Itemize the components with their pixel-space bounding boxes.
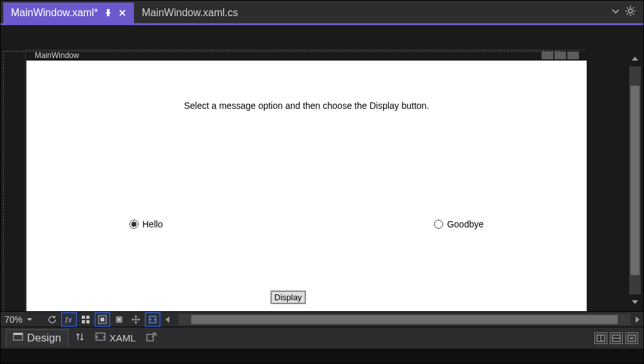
radio-label: Hello (142, 219, 163, 229)
design-surface[interactable]: Select a message option and then choose … (26, 61, 587, 311)
svg-rect-13 (86, 320, 90, 323)
svg-rect-11 (86, 316, 90, 319)
svg-point-0 (629, 9, 632, 13)
designer-view-switcher: Design XAML (1, 327, 643, 349)
tab-label: MainWindow.xaml* (11, 7, 98, 19)
gear-icon[interactable] (625, 6, 636, 18)
ruler-vertical (25, 50, 26, 311)
popout-icon[interactable] (146, 332, 156, 343)
close-icon[interactable] (118, 9, 126, 17)
radio-filled-icon (129, 220, 138, 229)
scroll-thumb[interactable] (630, 86, 639, 275)
overflow-icon[interactable] (611, 6, 620, 17)
design-tab-label: Design (27, 332, 61, 345)
horizontal-scroll-track[interactable] (178, 314, 630, 325)
radio-empty-icon (434, 220, 443, 229)
svg-text:ƒx: ƒx (64, 316, 72, 323)
radio-label: Goodbye (447, 219, 484, 229)
tab-mainwindow-xaml-cs[interactable]: MainWindow.xaml.cs (134, 3, 245, 23)
svg-line-8 (633, 7, 634, 8)
window-chrome-buttons (542, 52, 579, 59)
window-title: MainWindow (31, 50, 83, 61)
split-horizontal-icon[interactable] (610, 332, 623, 344)
design-view-tab[interactable]: Design (6, 329, 68, 347)
fx-effects-icon[interactable]: ƒx (61, 312, 77, 327)
collapse-pane-icon[interactable] (625, 332, 638, 344)
xaml-view-icon (95, 332, 106, 343)
scroll-down-icon[interactable] (631, 297, 639, 307)
minimize-icon (542, 52, 553, 59)
svg-rect-21 (147, 334, 153, 341)
instruction-text: Select a message option and then choose … (26, 101, 587, 111)
svg-line-6 (633, 14, 634, 15)
svg-line-7 (627, 14, 628, 15)
grid-icon[interactable] (78, 312, 93, 327)
xaml-view-tab[interactable]: XAML (91, 330, 140, 345)
zoom-dropdown[interactable]: 70% (5, 314, 43, 325)
horizontal-scroll-thumb[interactable] (191, 315, 618, 324)
svg-line-5 (627, 7, 628, 8)
svg-rect-15 (100, 318, 104, 321)
radio-goodbye[interactable]: Goodbye (434, 219, 484, 229)
radio-hello[interactable]: Hello (129, 219, 163, 229)
scroll-right-icon[interactable] (632, 312, 643, 327)
refresh-icon[interactable] (44, 312, 60, 327)
scroll-left-icon[interactable] (162, 312, 173, 327)
tab-label: MainWindow.xaml.cs (142, 7, 238, 19)
svg-rect-12 (82, 320, 85, 323)
ruler-horizontal (25, 50, 585, 50)
svg-rect-19 (14, 333, 23, 335)
project-code-icon[interactable] (145, 312, 160, 327)
designer-area: MainWindow Select a message option and t… (1, 25, 643, 327)
xaml-tab-label: XAML (109, 332, 136, 343)
design-toolbar: 70% ƒx (1, 311, 643, 327)
button-label: Display (274, 292, 302, 302)
split-vertical-icon[interactable] (594, 332, 607, 344)
svg-rect-10 (82, 316, 85, 319)
document-tab-strip: MainWindow.xaml* MainWindow.xaml.cs (1, 1, 643, 23)
vertical-scrollbar[interactable] (629, 53, 641, 307)
close-window-icon (567, 52, 579, 59)
zoom-value: 70% (5, 314, 23, 325)
scroll-up-icon[interactable] (631, 53, 639, 64)
snap-lines-icon[interactable] (111, 312, 127, 327)
maximize-icon (554, 52, 566, 59)
design-view-icon (13, 332, 23, 345)
scroll-track[interactable] (629, 66, 641, 294)
pin-icon[interactable] (104, 9, 112, 17)
display-button[interactable]: Display (271, 291, 305, 303)
tab-mainwindow-xaml[interactable]: MainWindow.xaml* (3, 3, 134, 23)
swap-panes-icon[interactable] (75, 332, 85, 344)
move-icon[interactable] (128, 312, 144, 327)
snap-grid-icon[interactable] (95, 312, 110, 327)
